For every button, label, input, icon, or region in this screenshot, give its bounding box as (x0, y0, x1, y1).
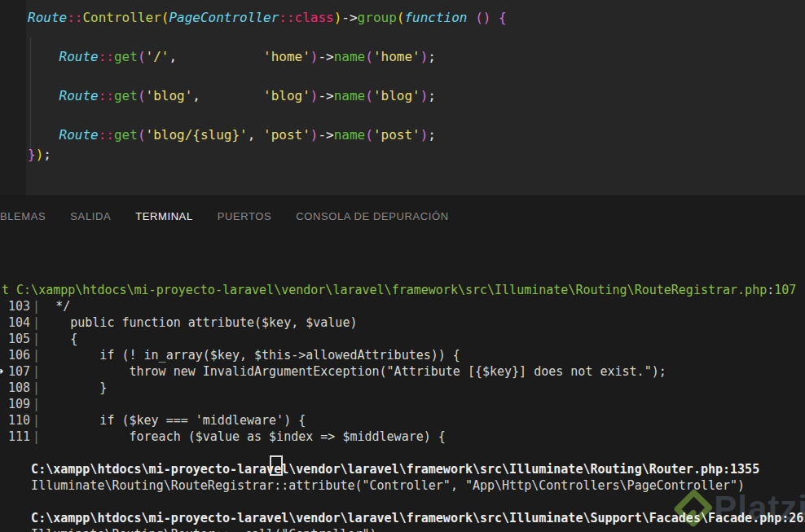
panel-tab-bar: BLEMASSALIDATERMINALPUERTOSCONSOLA DE DE… (0, 196, 805, 236)
vscode-window: Route::Controller(PageController::class)… (0, 0, 805, 532)
code-line: Route::get('/', 'home')->name('home'); (28, 47, 507, 67)
code-line (28, 106, 507, 125)
code-line: Route::get('blog', 'blog')->name('blog')… (28, 86, 507, 106)
code-editor[interactable]: Route::Controller(PageController::class)… (0, 0, 805, 196)
stack-frame-path: C:\xampp\htdocs\mi-proyecto-laravel\vend… (2, 510, 805, 526)
code-excerpt-line: 103| */ (2, 298, 805, 314)
code-excerpt-line: 106| if (! in_array($key, $this->allowed… (2, 347, 805, 363)
code-excerpt-line: 110| if ($key === 'middleware') { (2, 412, 805, 429)
tab-consola-de-depuracion[interactable]: CONSOLA DE DEPURACIÓN (296, 210, 448, 222)
code-excerpt-line: 111| foreach ($value as $index => $middl… (2, 429, 805, 445)
code-excerpt-line: 108| } (2, 380, 805, 396)
code-line: }); (28, 145, 507, 165)
stack-frame-call: Illuminate\Routing\Router::__call("Contr… (2, 526, 805, 532)
tab-blemas[interactable]: BLEMAS (0, 210, 46, 222)
code-excerpt-line: 109| (2, 396, 805, 412)
tab-puertos[interactable]: PUERTOS (218, 210, 272, 222)
tab-salida[interactable]: SALIDA (70, 210, 111, 222)
bottom-panel: BLEMASSALIDATERMINALPUERTOSCONSOLA DE DE… (0, 196, 805, 532)
terminal-cursor (270, 455, 283, 476)
tab-terminal[interactable]: TERMINAL (135, 210, 193, 222)
code-line (28, 28, 507, 47)
code-excerpt-line: ➜107| throw new InvalidArgumentException… (2, 363, 805, 380)
stack-frame-path: C:\xampp\htdocs\mi-proyecto-laravel\vend… (2, 461, 805, 477)
exception-location-line: t C:\xampp\htdocs\mi-proyecto-laravel\ve… (2, 282, 805, 298)
editor-gutter (0, 0, 26, 196)
code-line: Route::get('blog/{slug}', 'post')->name(… (28, 125, 507, 145)
code-editor-content[interactable]: Route::Controller(PageController::class)… (28, 8, 507, 165)
code-excerpt-line: 105| { (2, 331, 805, 347)
blank-line (2, 494, 805, 510)
stack-frame-call: Illuminate\Routing\RouteRegistrar::attri… (2, 477, 805, 494)
code-line: Route::Controller(PageController::class)… (28, 8, 507, 28)
terminal[interactable]: t C:\xampp\htdocs\mi-proyecto-laravel\ve… (2, 282, 805, 532)
blank-line (2, 445, 805, 461)
code-excerpt-line: 104| public function attribute($key, $va… (2, 314, 805, 331)
code-line (28, 67, 507, 86)
